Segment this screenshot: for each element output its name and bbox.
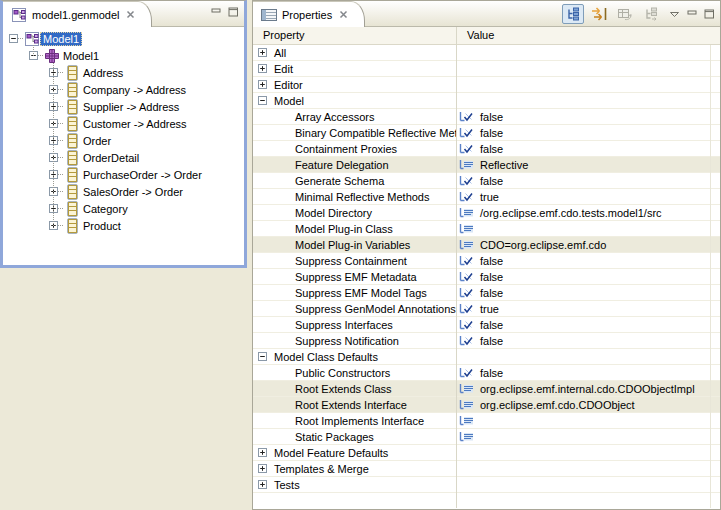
tree-item-label: Supplier -> Address [80,100,182,114]
property-row-model-class-defaults[interactable]: Model Class Defaults [253,349,720,365]
property-row-root-implements-interface[interactable]: Root Implements Interface [253,413,720,429]
property-name-label: Editor [274,79,303,91]
property-row-suppress-genmodel-annotations[interactable]: Suppress GenModel Annotationstrue [253,301,720,317]
text-value-icon [459,431,474,443]
tree-item-label: Customer -> Address [80,117,190,131]
genmodel-file-icon [11,7,27,23]
boolean-value-icon [459,287,474,299]
boolean-value-icon [459,367,474,379]
tree-item-company-address[interactable]: Company -> Address [3,81,244,98]
property-value-cell: false [456,269,720,284]
property-row-suppress-emf-metadata[interactable]: Suppress EMF Metadatafalse [253,269,720,285]
property-row-array-accessors[interactable]: Array Accessorsfalse [253,109,720,125]
expand-icon[interactable] [258,64,267,73]
tree-item-address[interactable]: Address [3,64,244,81]
property-row-suppress-emf-model-tags[interactable]: Suppress EMF Model Tagsfalse [253,285,720,301]
property-row-containment-proxies[interactable]: Containment Proxiesfalse [253,141,720,157]
property-name-label: Generate Schema [295,175,384,187]
property-name-label: Model Feature Defaults [274,447,388,459]
property-row-feature-delegation[interactable]: Feature DelegationReflective [253,157,720,173]
maximize-icon[interactable] [228,7,239,17]
minimize-icon[interactable] [687,9,698,19]
property-name-label: Root Extends Interface [295,399,407,411]
property-row-model-directory[interactable]: Model Directory/org.eclipse.emf.cdo.test… [253,205,720,221]
property-row-minimal-reflective-methods[interactable]: Minimal Reflective Methodstrue [253,189,720,205]
property-value-cell [456,93,720,108]
column-resize-handle[interactable] [456,27,457,508]
collapse-icon[interactable] [258,96,267,105]
property-name-label: Model Plug-in Variables [295,239,410,251]
property-value-text: false [480,143,503,155]
minimize-icon[interactable] [211,7,222,17]
show-advanced-properties-button[interactable] [588,4,610,24]
boolean-value-icon [459,191,474,203]
editor-tab-model1-genmodel[interactable]: model1.genmodel [3,1,152,27]
value-column-edge [710,45,711,508]
property-name-cell: Root Implements Interface [253,413,456,428]
tree-connector [58,72,63,73]
property-name-cell: Binary Compatible Reflective Methods [253,125,456,140]
tree-item-orderdetail[interactable]: OrderDetail [3,149,244,166]
property-row-suppress-notification[interactable]: Suppress Notificationfalse [253,333,720,349]
tree-item-product[interactable]: Product [3,217,244,234]
property-row-suppress-interfaces[interactable]: Suppress Interfacesfalse [253,317,720,333]
property-name-label: All [274,47,286,59]
expand-icon[interactable] [258,480,267,489]
expand-icon[interactable] [258,80,267,89]
expand-icon[interactable] [258,448,267,457]
property-value-text: false [480,271,503,283]
expand-icon[interactable] [258,464,267,473]
property-row-generate-schema[interactable]: Generate Schemafalse [253,173,720,189]
property-row-templates-merge[interactable]: Templates & Merge [253,461,720,477]
property-row-static-packages[interactable]: Static Packages [253,429,720,445]
class-icon [64,201,80,217]
expand-icon[interactable] [258,48,267,57]
property-row-root-extends-class[interactable]: Root Extends Classorg.eclipse.emf.intern… [253,381,720,397]
property-name-label: Root Extends Class [295,383,392,395]
close-icon[interactable] [126,10,135,19]
property-row-all[interactable]: All [253,45,720,61]
property-row-editor[interactable]: Editor [253,77,720,93]
property-row-public-constructors[interactable]: Public Constructorsfalse [253,365,720,381]
close-icon[interactable] [339,10,348,19]
property-name-cell: Edit [253,61,456,76]
tree-guide-line [33,45,34,56]
tree-item-category[interactable]: Category [3,200,244,217]
show-categories-button[interactable] [562,4,584,24]
properties-tab-title: Properties [282,9,332,21]
tree-item-order[interactable]: Order [3,132,244,149]
tree-item-model1[interactable]: Model1 [3,47,244,64]
property-row-root-extends-interface[interactable]: Root Extends Interfaceorg.eclipse.emf.cd… [253,397,720,413]
property-row-edit[interactable]: Edit [253,61,720,77]
property-row-suppress-containment[interactable]: Suppress Containmentfalse [253,253,720,269]
tree-connector [58,123,63,124]
property-row-binary-compatible-reflective-methods[interactable]: Binary Compatible Reflective Methodsfals… [253,125,720,141]
collapse-icon[interactable] [258,352,267,361]
tree-item-purchaseorder-order[interactable]: PurchaseOrder -> Order [3,166,244,183]
properties-table-body: AllEditEditorModelArray AccessorsfalseBi… [253,45,720,509]
properties-tab[interactable]: Properties [253,1,365,27]
property-name-cell: Public Constructors [253,365,456,380]
tree-item-salesorder-order[interactable]: SalesOrder -> Order [3,183,244,200]
property-name-cell: Root Extends Interface [253,397,456,412]
property-row-tests[interactable]: Tests [253,477,720,493]
tree-gray-icon [644,7,659,21]
property-value-cell: true [456,301,720,316]
property-name-cell: Containment Proxies [253,141,456,156]
property-row-model-plug-in-variables[interactable]: Model Plug-in VariablesCDO=org.eclipse.e… [253,237,720,253]
property-name-label: Suppress EMF Metadata [295,271,417,283]
property-value-cell: org.eclipse.emf.cdo.CDOObject [456,397,720,412]
property-value-cell: org.eclipse.emf.internal.cdo.CDOObjectIm… [456,381,720,396]
tree-connector [58,140,63,141]
collapse-icon[interactable] [9,34,18,43]
tree-item-model1[interactable]: Model1 [3,30,244,47]
tree-item-supplier-address[interactable]: Supplier -> Address [3,98,244,115]
tree-item-customer-address[interactable]: Customer -> Address [3,115,244,132]
boolean-value-icon [459,175,474,187]
property-row-model-feature-defaults[interactable]: Model Feature Defaults [253,445,720,461]
property-row-model[interactable]: Model [253,93,720,109]
maximize-icon[interactable] [704,9,715,19]
view-menu-button[interactable] [666,4,682,24]
property-row-model-plug-in-class[interactable]: Model Plug-in Class [253,221,720,237]
boolean-value-icon [459,127,474,139]
